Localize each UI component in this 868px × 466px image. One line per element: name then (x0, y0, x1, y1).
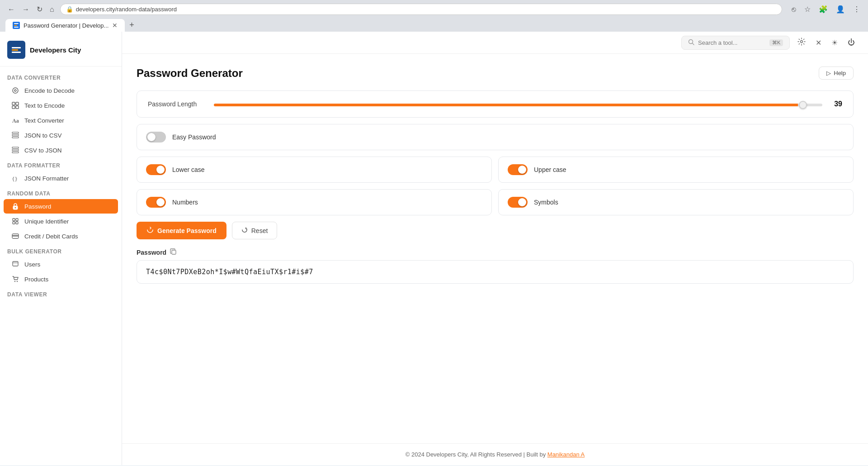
sidebar-item-label: Unique Identifier (24, 218, 69, 225)
logo-line-1 (12, 47, 21, 48)
sidebar-item-label: JSON to CSV (24, 132, 62, 139)
users-icon (11, 261, 20, 268)
symbols-card: Symbols (498, 189, 854, 215)
svg-rect-19 (13, 219, 15, 221)
sidebar-item-credit-debit-cards[interactable]: Credit / Debit Cards (4, 229, 118, 243)
bookmark-icon[interactable]: ☆ (802, 4, 813, 14)
password-value: T4c$0Nt7PDXeB2oh*I$w#WtQfaEiuTX$r1#i$#7 (146, 268, 313, 276)
sidebar-item-text-converter[interactable]: Aa Text Converter (4, 113, 118, 128)
json-csv-icon (11, 132, 20, 139)
lower-case-toggle[interactable] (146, 164, 166, 175)
sidebar-item-unique-identifier[interactable]: Unique Identifier (4, 214, 118, 228)
sidebar-item-label: Users (24, 261, 40, 268)
password-icon (11, 203, 20, 210)
svg-rect-11 (12, 134, 19, 136)
sidebar-item-label: Credit / Debit Cards (24, 233, 78, 240)
footer-text: © 2024 Developers City, All Rights Reser… (406, 451, 547, 458)
sidebar-item-json-formatter[interactable]: {} JSON Formatter (4, 171, 118, 185)
symbols-track (508, 197, 528, 208)
numbers-card: Numbers (137, 189, 492, 215)
copy-icon[interactable] (170, 248, 177, 257)
svg-rect-10 (12, 132, 19, 133)
section-title-random-data: Random Data (0, 186, 122, 199)
active-tab[interactable]: Password Generator | Develop... ✕ (5, 19, 125, 32)
upper-case-track (508, 164, 528, 175)
reset-button[interactable]: Reset (232, 222, 278, 239)
symbols-toggle[interactable] (508, 197, 528, 208)
sidebar: Developers City Data Converter Encode to… (0, 32, 122, 465)
svg-rect-32 (172, 250, 176, 254)
close-icon-btn[interactable]: ✕ (813, 36, 824, 49)
section-title-data-viewer: Data Viewer (0, 287, 122, 300)
sidebar-item-encode-to-decode[interactable]: Encode to Decode (4, 83, 118, 98)
svg-rect-15 (12, 152, 19, 153)
tab-close-button[interactable]: ✕ (112, 22, 118, 29)
menu-icon[interactable]: ⋮ (851, 4, 863, 14)
sidebar-item-users[interactable]: Users (4, 257, 118, 271)
generate-icon (146, 226, 154, 235)
search-icon (688, 39, 694, 47)
numbers-toggle[interactable] (146, 197, 166, 208)
sidebar-item-json-to-csv[interactable]: JSON to CSV (4, 128, 118, 143)
address-bar[interactable]: 🔒 developers.city/random-data/password (60, 4, 782, 15)
page-main: Password Generator ▷ Help Password Lengt… (122, 54, 868, 443)
logo-line-2 (12, 49, 18, 51)
main-content: ⌘K ✕ ☀ ⏻ Password Generator ▷ Help Passw (122, 32, 868, 465)
options-grid: Lower case Upper case (137, 157, 854, 215)
svg-rect-21 (13, 222, 15, 224)
forward-button[interactable]: → (20, 5, 32, 14)
svg-point-31 (801, 41, 803, 43)
csv-json-icon (11, 147, 20, 154)
generate-button-label: Generate Password (157, 227, 217, 234)
sidebar-logo-text: Developers City (30, 46, 81, 54)
new-tab-button[interactable]: + (126, 19, 138, 32)
sidebar-item-label: Text Converter (24, 117, 64, 124)
tab-favicon (13, 22, 20, 29)
svg-rect-20 (16, 219, 18, 221)
password-length-value: 39 (830, 100, 842, 108)
password-length-slider[interactable] (214, 104, 822, 106)
lower-case-label: Lower case (172, 166, 205, 173)
page-title-text: Password Generator (137, 67, 243, 80)
home-button[interactable]: ⌂ (47, 5, 57, 14)
settings-icon-btn[interactable] (795, 35, 808, 50)
footer-author-link[interactable]: Manikandan A (547, 451, 585, 458)
text-converter-icon: Aa (11, 117, 20, 124)
logo-icon (7, 41, 25, 59)
page-title-row: Password Generator ▷ Help (137, 67, 854, 80)
slider-container (214, 100, 822, 108)
password-length-label: Password Length (148, 100, 207, 108)
numbers-track (146, 197, 166, 208)
svg-point-18 (15, 207, 16, 209)
svg-point-27 (14, 281, 15, 282)
password-length-card: Password Length 39 (137, 90, 854, 118)
sidebar-item-csv-to-json[interactable]: CSV to JSON (4, 143, 118, 157)
reload-button[interactable]: ↻ (34, 4, 45, 14)
sidebar-item-products[interactable]: Products (4, 272, 118, 286)
extension-icon[interactable]: 🧩 (816, 4, 830, 14)
search-bar[interactable]: ⌘K (681, 36, 790, 50)
products-icon (11, 276, 20, 283)
upper-case-toggle[interactable] (508, 164, 528, 175)
search-input[interactable] (698, 39, 766, 46)
sidebar-logo: Developers City (0, 37, 122, 67)
svg-rect-0 (14, 23, 19, 24)
svg-rect-13 (12, 147, 19, 148)
theme-icon-btn[interactable]: ☀ (829, 36, 840, 49)
svg-rect-12 (12, 137, 19, 138)
power-icon-btn[interactable]: ⏻ (845, 36, 857, 49)
json-formatter-icon: {} (11, 175, 20, 182)
profile-icon[interactable]: 👤 (834, 4, 847, 14)
reset-button-label: Reset (251, 227, 268, 234)
back-button[interactable]: ← (5, 5, 17, 14)
generate-password-button[interactable]: Generate Password (137, 222, 226, 239)
sidebar-item-password[interactable]: Password (4, 199, 118, 214)
share-icon[interactable]: ⎋ (789, 5, 798, 14)
svg-rect-5 (12, 102, 15, 105)
section-title-data-formatter: Data Formatter (0, 158, 122, 171)
logo-line-3 (12, 52, 21, 53)
sidebar-item-text-to-encode[interactable]: Text to Encode (4, 98, 118, 113)
help-button[interactable]: ▷ Help (819, 67, 854, 80)
upper-case-label: Upper case (534, 166, 566, 173)
easy-password-toggle[interactable] (146, 132, 166, 143)
